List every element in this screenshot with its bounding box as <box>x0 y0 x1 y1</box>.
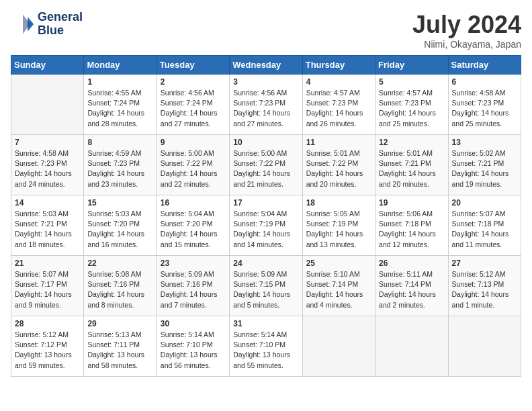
day-number: 20 <box>452 198 517 208</box>
cell-line: and 24 minutes. <box>15 180 65 188</box>
cell-content: Sunrise: 5:00 AMSunset: 7:22 PMDaylight:… <box>161 148 226 189</box>
cell-line: Daylight: 14 hours <box>161 109 218 117</box>
cell-line: and 4 minutes. <box>306 301 353 309</box>
calendar-cell: 9Sunrise: 5:00 AMSunset: 7:22 PMDaylight… <box>157 135 229 195</box>
cell-line: Daylight: 14 hours <box>87 230 144 238</box>
day-number: 4 <box>306 77 371 87</box>
cell-line: Daylight: 14 hours <box>15 169 72 177</box>
cell-line: Daylight: 13 hours <box>87 351 144 359</box>
cell-line: Sunrise: 4:59 AM <box>87 149 141 157</box>
cell-line: Sunset: 7:22 PM <box>306 159 359 167</box>
cell-line: Sunrise: 5:12 AM <box>15 330 69 338</box>
cell-line: Sunrise: 5:09 AM <box>161 270 214 278</box>
calendar-cell: 19Sunrise: 5:06 AMSunset: 7:18 PMDayligh… <box>375 195 448 256</box>
cell-line: Sunrise: 5:02 AM <box>452 149 506 157</box>
cell-line: Sunset: 7:22 PM <box>233 159 285 167</box>
cell-line: Daylight: 14 hours <box>15 290 72 298</box>
cell-line: and 12 minutes. <box>379 240 429 248</box>
day-number: 26 <box>379 259 444 268</box>
calendar-cell <box>302 316 375 377</box>
calendar-cell: 29Sunrise: 5:13 AMSunset: 7:11 PMDayligh… <box>84 316 157 377</box>
cell-content: Sunrise: 5:14 AMSunset: 7:10 PMDaylight:… <box>233 330 298 371</box>
cell-content: Sunrise: 5:09 AMSunset: 7:15 PMDaylight:… <box>233 269 298 310</box>
cell-line: Sunset: 7:19 PM <box>233 220 285 228</box>
day-number: 29 <box>87 319 152 328</box>
cell-line: Daylight: 14 hours <box>379 230 436 238</box>
cell-content: Sunrise: 4:55 AMSunset: 7:24 PMDaylight:… <box>87 88 152 129</box>
cell-line: Sunrise: 5:08 AM <box>87 270 141 278</box>
calendar-cell: 31Sunrise: 5:14 AMSunset: 7:10 PMDayligh… <box>230 316 302 377</box>
calendar-cell: 14Sunrise: 5:03 AMSunset: 7:21 PMDayligh… <box>11 195 84 256</box>
cell-content: Sunrise: 5:01 AMSunset: 7:22 PMDaylight:… <box>306 148 371 189</box>
cell-line: Daylight: 14 hours <box>233 109 290 117</box>
cell-line: Sunset: 7:14 PM <box>379 280 431 288</box>
weekday-header-thursday: Thursday <box>302 56 375 75</box>
cell-line: and 58 minutes. <box>87 361 138 369</box>
cell-line: Sunrise: 5:07 AM <box>15 270 69 278</box>
calendar-cell: 21Sunrise: 5:07 AMSunset: 7:17 PMDayligh… <box>11 256 84 316</box>
cell-line: and 13 minutes. <box>306 240 357 248</box>
cell-line: Sunset: 7:18 PM <box>452 220 504 228</box>
day-number: 17 <box>233 198 298 208</box>
day-number: 23 <box>161 259 226 268</box>
day-number: 9 <box>161 138 226 147</box>
logo: General Blue <box>11 11 83 38</box>
weekday-header-row: SundayMondayTuesdayWednesdayThursdayFrid… <box>11 56 521 75</box>
cell-line: Sunrise: 5:14 AM <box>161 330 214 338</box>
calendar-cell: 11Sunrise: 5:01 AMSunset: 7:22 PMDayligh… <box>302 135 375 195</box>
day-number: 21 <box>15 259 80 268</box>
cell-line: Sunset: 7:21 PM <box>452 159 504 167</box>
month-title: July 2024 <box>412 11 521 39</box>
day-number: 31 <box>233 319 298 328</box>
cell-line: Sunset: 7:24 PM <box>87 99 140 107</box>
cell-line: Sunrise: 5:05 AM <box>306 210 360 218</box>
cell-line: Sunrise: 5:06 AM <box>379 210 433 218</box>
cell-line: Daylight: 14 hours <box>233 169 290 177</box>
calendar-cell: 13Sunrise: 5:02 AMSunset: 7:21 PMDayligh… <box>448 135 521 195</box>
cell-line: Daylight: 14 hours <box>452 169 509 177</box>
cell-line: and 20 minutes. <box>379 180 429 188</box>
cell-line: and 8 minutes. <box>87 301 134 309</box>
calendar-table: SundayMondayTuesdayWednesdayThursdayFrid… <box>11 55 521 377</box>
cell-content: Sunrise: 4:57 AMSunset: 7:23 PMDaylight:… <box>379 88 444 129</box>
cell-content: Sunrise: 5:03 AMSunset: 7:21 PMDaylight:… <box>15 209 80 250</box>
weekday-header-friday: Friday <box>375 56 448 75</box>
cell-line: Sunset: 7:12 PM <box>15 340 67 349</box>
cell-content: Sunrise: 5:05 AMSunset: 7:19 PMDaylight:… <box>306 209 371 250</box>
calendar-cell: 3Sunrise: 4:56 AMSunset: 7:23 PMDaylight… <box>230 75 302 135</box>
cell-content: Sunrise: 4:56 AMSunset: 7:24 PMDaylight:… <box>161 88 226 129</box>
cell-line: and 9 minutes. <box>15 301 61 309</box>
cell-line: Sunrise: 5:04 AM <box>161 210 214 218</box>
cell-line: and 26 minutes. <box>306 120 357 128</box>
calendar-cell: 5Sunrise: 4:57 AMSunset: 7:23 PMDaylight… <box>375 75 448 135</box>
logo-icon <box>11 12 35 36</box>
cell-line: and 23 minutes. <box>87 180 138 188</box>
cell-line: Sunset: 7:23 PM <box>87 159 140 167</box>
cell-line: Daylight: 14 hours <box>15 230 72 238</box>
cell-line: Sunset: 7:21 PM <box>379 159 431 167</box>
cell-line: Sunrise: 4:55 AM <box>87 89 141 97</box>
cell-line: Sunset: 7:23 PM <box>233 99 285 107</box>
cell-content: Sunrise: 5:12 AMSunset: 7:12 PMDaylight:… <box>15 330 80 371</box>
calendar-cell: 25Sunrise: 5:10 AMSunset: 7:14 PMDayligh… <box>302 256 375 316</box>
day-number: 11 <box>306 138 371 147</box>
cell-line: and 14 minutes. <box>233 240 283 248</box>
calendar-cell: 6Sunrise: 4:58 AMSunset: 7:23 PMDaylight… <box>448 75 521 135</box>
cell-content: Sunrise: 4:58 AMSunset: 7:23 PMDaylight:… <box>452 88 517 129</box>
cell-content: Sunrise: 5:12 AMSunset: 7:13 PMDaylight:… <box>452 269 517 310</box>
cell-line: Sunrise: 5:11 AM <box>379 270 433 278</box>
cell-content: Sunrise: 5:07 AMSunset: 7:18 PMDaylight:… <box>452 209 517 250</box>
day-number: 12 <box>379 138 444 147</box>
cell-line: and 27 minutes. <box>161 120 211 128</box>
cell-line: Sunrise: 4:57 AM <box>379 89 433 97</box>
cell-line: Sunrise: 5:09 AM <box>233 270 287 278</box>
week-row-1: 1Sunrise: 4:55 AMSunset: 7:24 PMDaylight… <box>11 75 521 135</box>
weekday-header-sunday: Sunday <box>11 56 84 75</box>
cell-content: Sunrise: 5:06 AMSunset: 7:18 PMDaylight:… <box>379 209 444 250</box>
day-number: 13 <box>452 138 517 147</box>
cell-line: Sunset: 7:20 PM <box>161 220 213 228</box>
cell-line: Daylight: 14 hours <box>233 290 290 298</box>
calendar-cell: 27Sunrise: 5:12 AMSunset: 7:13 PMDayligh… <box>448 256 521 316</box>
cell-line: Sunset: 7:16 PM <box>87 280 140 288</box>
calendar-cell: 15Sunrise: 5:03 AMSunset: 7:20 PMDayligh… <box>84 195 157 256</box>
